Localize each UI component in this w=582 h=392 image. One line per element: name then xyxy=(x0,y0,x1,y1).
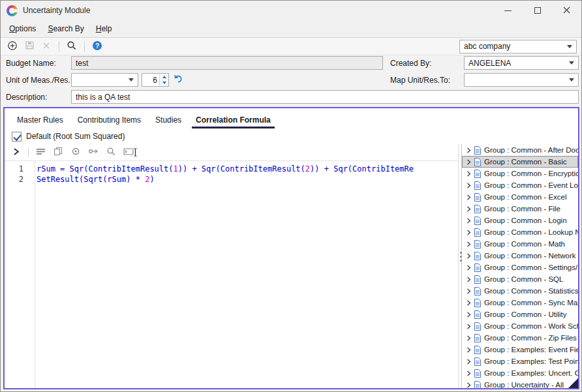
stepper-up-button[interactable] xyxy=(160,74,168,80)
minimize-button[interactable] xyxy=(493,1,523,20)
chevron-right-icon xyxy=(467,382,471,388)
group-label: Group : Examples: Uncert. Cont xyxy=(484,369,578,377)
group-list-item[interactable]: Group : Common - Excel xyxy=(462,191,578,203)
group-label: Group : Common - Statistics xyxy=(484,287,578,295)
code-text: SetResult(Sqrt(rSum) * 2) xyxy=(37,174,155,185)
undo-button[interactable] xyxy=(173,74,183,85)
group-list-item[interactable]: Group : Examples: Event Fields xyxy=(462,344,578,355)
default-checkbox[interactable] xyxy=(12,132,22,142)
correlation-panel: Master RulesContributing ItemsStudiesCor… xyxy=(3,107,579,389)
budget-name-input[interactable] xyxy=(71,56,383,70)
search-button[interactable] xyxy=(65,39,79,53)
group-list-item[interactable]: Group : Common - Work Sched xyxy=(462,320,578,332)
maximize-button[interactable] xyxy=(523,1,552,20)
group-list-item[interactable]: Group : Common - Login xyxy=(462,215,578,226)
close-button[interactable] xyxy=(552,1,581,20)
document-icon xyxy=(474,334,481,342)
group-list-item[interactable]: Group : Common - Lookup Nex xyxy=(462,226,578,238)
tab-strip: Master RulesContributing ItemsStudiesCor… xyxy=(5,108,578,128)
magnifier-button[interactable] xyxy=(105,147,117,158)
copy-icon xyxy=(54,147,63,158)
group-list-item[interactable]: Group : Common - Zip Files xyxy=(462,332,578,344)
group-list-item[interactable]: Group : Common - Math xyxy=(462,238,578,250)
group-label: Group : Common - After Docum xyxy=(484,146,578,154)
target-icon xyxy=(71,147,80,158)
chevron-right-icon xyxy=(467,370,471,376)
target-button[interactable] xyxy=(70,147,82,158)
group-label: Group : Common - Work Sched xyxy=(484,322,578,330)
tab-studies[interactable]: Studies xyxy=(148,112,189,128)
unit-select[interactable] xyxy=(71,73,138,87)
group-list-item[interactable]: Group : Common - Settings/Re xyxy=(462,262,578,273)
group-list-item[interactable]: Group : Examples: Uncert. Cont xyxy=(462,367,578,379)
created-by-label: Created By: xyxy=(390,59,431,68)
group-label: Group : Common - Settings/Re xyxy=(484,264,578,271)
group-list-item[interactable]: Group : Common - After Docum xyxy=(462,144,578,156)
chevron-right-icon xyxy=(467,171,471,177)
magnifier-icon xyxy=(106,147,116,158)
resolution-stepper[interactable]: 6 xyxy=(142,73,169,87)
map-unit-label: Map Unit/Res.To: xyxy=(390,76,450,85)
chevron-right-icon xyxy=(467,206,471,212)
group-list-item[interactable]: Group : Common - Basic xyxy=(462,156,578,168)
document-icon xyxy=(474,193,481,202)
group-list-item[interactable]: Group : Examples: Test Point Fi xyxy=(462,355,578,367)
code-line[interactable]: 2SetResult(Sqrt(rSum) * 2) xyxy=(5,174,458,185)
chevron-right-icon xyxy=(467,147,471,153)
group-label: Group : Common - Sync Map xyxy=(484,299,578,307)
description-input[interactable] xyxy=(71,90,579,104)
group-list-item[interactable]: Group : Common - Event Loggi xyxy=(462,179,578,191)
help-button[interactable]: ? xyxy=(90,39,104,53)
menu-item-options[interactable]: Options xyxy=(3,21,42,37)
editor-toolbar-separator xyxy=(28,148,29,157)
group-label: Group : Common - Login xyxy=(484,217,567,224)
group-list-item[interactable]: Group : Common - File xyxy=(462,203,578,215)
menu-item-help[interactable]: Help xyxy=(90,21,118,37)
chevron-right-icon xyxy=(467,183,471,188)
created-by-value: ANGELENA xyxy=(465,59,569,68)
form-row-3: Description: xyxy=(1,89,581,106)
code-line[interactable]: 1rSum = Sqr(ContribItemResult(1)) + Sqr(… xyxy=(5,164,458,174)
rows-button[interactable] xyxy=(35,147,46,158)
delete-button[interactable] xyxy=(39,39,54,53)
code-editor[interactable]: 1rSum = Sqr(ContribItemResult(1)) + Sqr(… xyxy=(5,161,458,388)
eye-arrow-button[interactable] xyxy=(87,147,99,158)
group-list-item[interactable]: Group : Common - SQL xyxy=(462,273,578,285)
copy-button[interactable] xyxy=(52,147,64,158)
chevron-right-icon xyxy=(467,288,471,294)
tab-correlation-formula[interactable]: Correlation Formula xyxy=(189,112,278,128)
resize-grip[interactable] xyxy=(568,378,578,388)
created-by-select[interactable]: ANGELENA xyxy=(464,56,579,70)
group-list-item[interactable]: Group : Common - Statistics xyxy=(462,285,578,297)
group-list-item[interactable]: Group : Common - Sync Map xyxy=(462,297,578,309)
stepper-arrows xyxy=(159,74,168,86)
chevron-down-icon xyxy=(569,61,574,65)
delete-icon xyxy=(42,42,50,52)
chevron-right-icon xyxy=(467,159,471,165)
chevron-right-button[interactable] xyxy=(10,147,22,158)
group-list-item[interactable]: Group : Common - Network xyxy=(462,250,578,262)
gutter-divider xyxy=(35,161,35,388)
menu-item-search-by[interactable]: Search By xyxy=(42,21,89,37)
document-icon xyxy=(474,346,481,354)
map-unit-select[interactable] xyxy=(464,73,579,87)
help-icon: ? xyxy=(92,40,102,53)
tab-master-rules[interactable]: Master Rules xyxy=(10,112,70,128)
save-button[interactable] xyxy=(22,39,37,53)
group-label: Group : Common - Zip Files xyxy=(484,334,577,342)
svg-text:?: ? xyxy=(95,42,99,49)
chevron-right-icon xyxy=(467,230,471,235)
add-button[interactable] xyxy=(5,39,20,53)
stepper-down-button[interactable] xyxy=(160,80,168,87)
chevron-right-icon xyxy=(467,312,471,318)
group-list-item[interactable]: Group : Common - Utility xyxy=(462,309,578,320)
group-list-item[interactable]: Group : Common - Encryption xyxy=(462,168,578,179)
group-list-item[interactable]: Group : Uncertainty - All xyxy=(462,379,578,388)
document-icon xyxy=(474,322,481,331)
eye-arrow-icon xyxy=(88,147,99,157)
company-select[interactable]: abc company xyxy=(459,40,577,53)
group-label: Group : Common - Encryption xyxy=(484,170,578,177)
window-title: Uncertainty Module xyxy=(23,6,90,15)
tab-contributing-items[interactable]: Contributing Items xyxy=(70,112,148,128)
chevron-right-icon xyxy=(12,147,20,158)
